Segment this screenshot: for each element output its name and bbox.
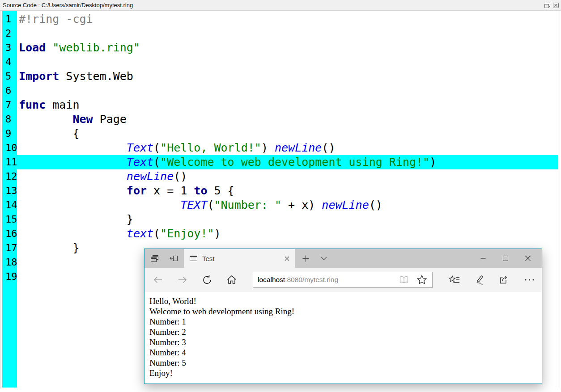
line-number-gutter: 12345678910111213141516171819 xyxy=(2,11,17,388)
line-number-9: 9 xyxy=(2,126,17,141)
code-token: #!ring -cgi xyxy=(19,13,93,25)
line-number-8: 8 xyxy=(2,112,17,126)
code-line-9[interactable]: { xyxy=(17,126,558,141)
code-line-3[interactable]: Load "weblib.ring" xyxy=(17,41,558,55)
forward-button[interactable] xyxy=(170,268,195,292)
code-token: () xyxy=(174,170,187,183)
favorites-button[interactable] xyxy=(416,274,428,286)
output-line-8: Enjoy! xyxy=(149,368,542,378)
code-token xyxy=(19,156,127,169)
back-button[interactable] xyxy=(145,268,170,292)
minimize-icon xyxy=(480,256,486,261)
tab-previews-icon xyxy=(150,254,159,263)
code-line-12[interactable]: newLine() xyxy=(17,169,558,184)
code-line-11[interactable]: Text("Welcome to web development using R… xyxy=(17,155,558,169)
code-token: newLine xyxy=(322,198,369,211)
output-line-3: Number: 1 xyxy=(149,316,542,327)
minimize-button[interactable] xyxy=(472,249,494,268)
new-tab-button[interactable] xyxy=(302,255,310,262)
code-token: x = 1 xyxy=(147,184,194,197)
restore-button[interactable] xyxy=(544,2,551,8)
tab-page-icon xyxy=(189,255,198,262)
line-number-6: 6 xyxy=(2,84,17,98)
hub-icon xyxy=(448,274,460,286)
code-token: ( xyxy=(153,227,160,240)
code-line-7[interactable]: func main xyxy=(17,98,558,112)
code-line-4[interactable] xyxy=(17,55,558,69)
back-arrow-icon xyxy=(152,274,164,286)
window-title: Source Code : C:/Users/samir/Desktop/myt… xyxy=(0,2,133,8)
code-token xyxy=(19,170,127,183)
code-token: Load xyxy=(19,41,46,54)
code-line-6[interactable] xyxy=(17,84,558,98)
browser-toolbar: localhost:8080/mytest.ring xyxy=(144,268,542,292)
editor-frame-left xyxy=(0,11,1,388)
code-line-8[interactable]: New Page xyxy=(17,112,558,126)
toolbar-right-buttons xyxy=(448,274,542,286)
url-text[interactable]: localhost:8080/mytest.ring xyxy=(258,276,398,284)
output-line-7: Number: 5 xyxy=(149,358,542,368)
tab-list-button[interactable] xyxy=(320,256,327,261)
code-token xyxy=(19,198,180,211)
line-number-14: 14 xyxy=(2,198,17,212)
code-line-2[interactable] xyxy=(17,26,558,41)
code-token: { xyxy=(19,127,79,140)
line-number-2: 2 xyxy=(2,26,17,41)
code-line-16[interactable]: text("Enjoy!") xyxy=(17,227,558,241)
code-line-5[interactable]: Import System.Web xyxy=(17,69,558,84)
home-icon xyxy=(226,274,238,286)
newtab-area xyxy=(295,249,327,268)
code-token: for xyxy=(127,184,147,197)
line-number-15: 15 xyxy=(2,212,17,227)
plus-icon xyxy=(302,255,310,262)
browser-window: Test xyxy=(144,249,542,384)
maximize-button[interactable] xyxy=(494,249,517,268)
code-line-1[interactable]: #!ring -cgi xyxy=(17,12,558,26)
tabbar-left-buttons xyxy=(144,249,184,268)
close-window-button[interactable] xyxy=(517,249,539,268)
code-token: "Enjoy!" xyxy=(160,227,214,240)
star-icon xyxy=(416,274,428,286)
tab-close-button[interactable] xyxy=(285,256,289,261)
restore-icon xyxy=(544,3,550,8)
address-bar[interactable]: localhost:8080/mytest.ring xyxy=(253,272,433,288)
more-button[interactable] xyxy=(523,274,536,286)
code-area[interactable]: #!ring -cgiLoad "weblib.ring"Import Syst… xyxy=(17,12,558,284)
code-line-15[interactable]: } xyxy=(17,212,558,227)
code-token xyxy=(19,227,127,240)
line-number-3: 3 xyxy=(2,41,17,55)
share-icon xyxy=(498,274,510,286)
home-button[interactable] xyxy=(219,268,244,292)
code-token: ( xyxy=(153,141,160,154)
code-token: newLine xyxy=(127,170,174,183)
code-token: newLine xyxy=(275,141,322,154)
addressbar-icons xyxy=(398,274,428,286)
line-number-11: 11 xyxy=(2,155,17,169)
code-line-14[interactable]: TEXT("Number: " + x) newLine() xyxy=(17,198,558,212)
hub-button[interactable] xyxy=(448,274,460,286)
code-token: ) xyxy=(214,227,221,240)
output-line-1: Hello, World! xyxy=(149,296,542,306)
code-line-10[interactable]: Text("Hello, World!") newLine() xyxy=(17,141,558,155)
close-icon xyxy=(553,3,559,8)
code-token: New xyxy=(72,113,93,126)
tab-title: Test xyxy=(202,255,280,262)
code-line-13[interactable]: for x = 1 to 5 { xyxy=(17,184,558,198)
refresh-button[interactable] xyxy=(195,268,219,292)
set-tabs-aside-button[interactable] xyxy=(169,254,178,263)
code-token: to xyxy=(194,184,207,197)
output-line-2: Welcome to web development using Ring! xyxy=(149,306,542,316)
line-number-5: 5 xyxy=(2,69,17,84)
browser-tab[interactable]: Test xyxy=(184,249,295,268)
tab-previews-button[interactable] xyxy=(150,254,159,263)
chevron-down-icon xyxy=(320,256,327,261)
code-token: "weblib.ring" xyxy=(52,41,140,54)
url-path: :8080/mytest.ring xyxy=(285,276,338,283)
close-button[interactable] xyxy=(552,2,559,8)
code-token: ( xyxy=(207,198,214,211)
reading-view-button[interactable] xyxy=(398,274,410,286)
web-note-button[interactable] xyxy=(473,274,485,286)
output-line-6: Number: 4 xyxy=(149,347,542,358)
share-button[interactable] xyxy=(498,274,510,286)
refresh-icon xyxy=(201,274,213,286)
